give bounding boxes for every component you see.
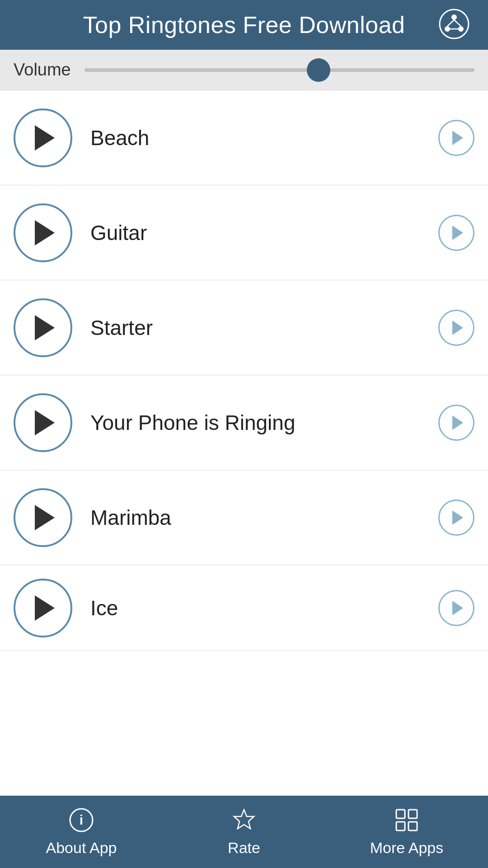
ringtone-item: Ice [0, 565, 488, 651]
app-header: Top Ringtones Free Download [0, 0, 488, 50]
play-icon [35, 505, 55, 530]
svg-point-0 [440, 9, 469, 38]
play-button-ice[interactable] [14, 579, 72, 637]
volume-track [84, 68, 474, 72]
ringtone-list: Beach Guitar Starter Your Phone is Ringi… [0, 90, 488, 796]
svg-rect-13 [408, 822, 417, 830]
star-icon [231, 807, 257, 835]
ringtone-name-guitar: Guitar [90, 221, 438, 245]
svg-line-5 [454, 20, 461, 26]
ringtone-item: Your Phone is Ringing [0, 375, 488, 470]
app-title: Top Ringtones Free Download [83, 11, 405, 38]
ringtone-name-ice: Ice [90, 596, 438, 620]
svg-rect-11 [408, 810, 417, 818]
play-icon [35, 595, 55, 621]
svg-marker-9 [234, 810, 254, 829]
nav-item-more[interactable]: More Apps [325, 807, 488, 857]
volume-thumb[interactable] [307, 58, 330, 82]
svg-point-1 [451, 14, 457, 20]
detail-button-ringing[interactable] [438, 405, 474, 441]
detail-button-beach[interactable] [438, 120, 474, 156]
play-icon [35, 410, 55, 435]
detail-button-ice[interactable] [438, 590, 474, 626]
play-button-starter[interactable] [14, 298, 72, 357]
play-button-guitar[interactable] [14, 203, 72, 262]
ringtone-item: Marimba [0, 470, 488, 565]
chevron-right-icon [452, 321, 463, 335]
svg-rect-10 [396, 810, 405, 818]
chevron-right-icon [452, 131, 463, 145]
play-button-marimba[interactable] [14, 488, 72, 547]
info-icon: i [69, 807, 94, 835]
detail-button-starter[interactable] [438, 310, 474, 346]
grid-icon [394, 807, 419, 835]
ringtone-name-ringing: Your Phone is Ringing [90, 410, 438, 435]
play-icon [35, 125, 55, 151]
play-icon [35, 220, 55, 245]
chevron-right-icon [452, 226, 463, 240]
more-apps-label: More Apps [370, 839, 444, 857]
ringtone-item: Beach [0, 90, 488, 185]
rate-label: Rate [228, 839, 260, 857]
detail-button-marimba[interactable] [438, 500, 474, 536]
volume-label: Volume [14, 60, 71, 80]
play-button-ringing[interactable] [14, 393, 72, 452]
bottom-navigation: i About App Rate More Apps [0, 796, 488, 868]
svg-text:i: i [80, 812, 83, 827]
detail-button-guitar[interactable] [438, 215, 474, 251]
settings-circle-icon[interactable] [438, 8, 470, 42]
chevron-right-icon [452, 601, 463, 615]
chevron-right-icon [452, 510, 463, 525]
about-label: About App [46, 839, 117, 857]
ringtone-item: Starter [0, 280, 488, 375]
ringtone-item: Guitar [0, 185, 488, 280]
volume-control: Volume [0, 50, 488, 90]
ringtone-name-marimba: Marimba [90, 505, 438, 530]
play-icon [35, 315, 55, 340]
svg-rect-12 [396, 822, 405, 830]
volume-slider[interactable] [84, 68, 474, 72]
svg-line-4 [447, 20, 454, 26]
play-button-beach[interactable] [14, 108, 72, 167]
ringtone-name-beach: Beach [90, 126, 438, 150]
ringtone-name-starter: Starter [90, 316, 438, 340]
chevron-right-icon [452, 415, 463, 430]
nav-item-about[interactable]: i About App [0, 807, 163, 857]
nav-item-rate[interactable]: Rate [163, 807, 325, 857]
